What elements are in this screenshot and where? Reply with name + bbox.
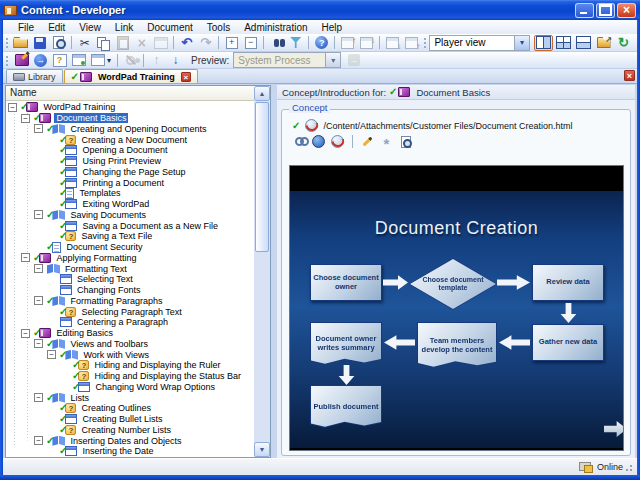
tree-item-label[interactable]: WordPad Training [41, 102, 117, 112]
layout-vertical-button[interactable] [534, 35, 553, 51]
tree-item[interactable]: ✓Using Print Preview [6, 156, 254, 167]
tree-item[interactable]: −✓WordPad Training [6, 102, 254, 113]
tree-item-label[interactable]: Creating Number Lists [79, 425, 173, 435]
resize-grip[interactable] [624, 463, 633, 472]
menu-link[interactable]: Link [108, 22, 140, 33]
tree-item[interactable]: ✓?Creating Outlines [6, 403, 254, 414]
tree-item[interactable]: −✓Lists [6, 392, 254, 403]
tree-scrollbar[interactable]: ▼ [254, 101, 270, 457]
tree-item-label[interactable]: Selecting Text [75, 274, 135, 284]
tree-item-label[interactable]: Opening a Document [80, 145, 169, 155]
tree-item-label[interactable]: Views and Toolbars [68, 339, 150, 349]
spark-icon[interactable] [379, 135, 394, 148]
tree-item-label[interactable]: Formatting Paragraphs [68, 296, 164, 306]
refresh-button[interactable] [614, 35, 633, 51]
collapse-node-icon[interactable]: − [34, 264, 43, 273]
tree-item-label[interactable]: Using Print Preview [80, 156, 163, 166]
collapse-node-icon[interactable]: − [34, 124, 43, 133]
preview-document-icon[interactable] [398, 135, 413, 148]
link-icon[interactable] [292, 135, 307, 148]
tree-item-label[interactable]: Templates [77, 188, 122, 198]
tree-item-label[interactable]: Creating and Opening Documents [68, 124, 208, 134]
tree-item-label[interactable]: Formatting Text [63, 264, 129, 274]
close-tab-icon[interactable]: × [181, 72, 191, 82]
tree-item[interactable]: −✓Work with Views [6, 349, 254, 360]
globe-attachment-icon[interactable] [330, 135, 345, 148]
question-button[interactable] [50, 52, 69, 68]
tree-item-label[interactable]: Editing Basics [54, 328, 115, 338]
maximize-button[interactable] [596, 3, 615, 18]
html-preview-box[interactable]: Document Creation Choose document owner … [289, 165, 624, 451]
tree-item-label[interactable]: Inserting the Date [80, 446, 155, 456]
layout-grid-button[interactable] [554, 35, 573, 51]
tree-item[interactable]: Selecting Text [6, 274, 254, 285]
collapse-node-icon[interactable]: − [34, 339, 43, 348]
tree-item[interactable]: −✓Views and Toolbars [6, 339, 254, 350]
menu-view[interactable]: View [72, 22, 108, 33]
tree-item[interactable]: ✓?Hiding and Displaying the Status Bar [6, 371, 254, 382]
collapse-node-icon[interactable]: − [34, 393, 43, 402]
window-options-button[interactable] [88, 52, 114, 68]
tree-item-label[interactable]: Lists [68, 393, 91, 403]
find-button[interactable] [267, 35, 286, 51]
menu-edit[interactable]: Edit [41, 22, 72, 33]
tree-item[interactable]: ✓Inserting the Date [6, 446, 254, 457]
tree-item-label[interactable]: Creating Outlines [79, 403, 153, 413]
menu-help[interactable]: Help [315, 22, 350, 33]
close-button[interactable] [617, 3, 636, 18]
tree-item-label[interactable]: Changing the Page Setup [80, 167, 187, 177]
tree-item-label[interactable]: Saving a Document as a New File [80, 221, 220, 231]
tree-item[interactable]: ✓Changing the Page Setup [6, 167, 254, 178]
menu-document[interactable]: Document [140, 22, 200, 33]
tree-item-label[interactable]: Creating a New Document [79, 135, 189, 145]
chevron-down-icon[interactable]: ▾ [514, 36, 529, 50]
check-in-button[interactable] [357, 35, 376, 51]
tree-item[interactable]: ✓Templates [6, 188, 254, 199]
edit-content-button[interactable] [12, 52, 31, 68]
tree-item-label[interactable]: Printing a Document [80, 178, 166, 188]
scroll-up-icon[interactable]: ▲ [254, 86, 270, 101]
tree-item[interactable]: ✓?Hiding and Displaying the Ruler [6, 360, 254, 371]
collapse-node-icon[interactable]: − [34, 436, 43, 445]
tree-item[interactable]: −Formatting Text [6, 263, 254, 274]
import-button[interactable] [383, 35, 402, 51]
tree-item[interactable]: ✓?Creating Number Lists [6, 425, 254, 436]
collapse-node-icon[interactable]: − [47, 350, 56, 359]
open-button[interactable] [11, 35, 30, 51]
collapse-node-icon[interactable]: − [21, 253, 30, 262]
tab-wordpad-training[interactable]: ✓WordPad Training× [64, 69, 198, 83]
tree-item[interactable]: −✓Applying Formatting [6, 253, 254, 264]
tree-item[interactable]: −✓Formatting Paragraphs [6, 296, 254, 307]
scroll-down-icon[interactable]: ▼ [254, 442, 270, 457]
tree-item-label[interactable]: Document Basics [54, 113, 128, 123]
tree-item[interactable]: ✓Exiting WordPad [6, 199, 254, 210]
menu-administration[interactable]: Administration [237, 22, 314, 33]
tree-item-label[interactable]: Inserting Dates and Objects [68, 436, 183, 446]
tree-item[interactable]: ✓Opening a Document [6, 145, 254, 156]
tree-item-label[interactable]: Applying Formatting [54, 253, 138, 263]
minimize-button[interactable] [575, 3, 594, 18]
tree-item-label[interactable]: Selecting Paragraph Text [79, 307, 183, 317]
help-button[interactable] [312, 35, 331, 51]
tree-item-label[interactable]: Hiding and Displaying the Status Bar [92, 371, 243, 381]
cut-button[interactable] [75, 35, 94, 51]
tree-item[interactable]: ✓Saving a Document as a New File [6, 220, 254, 231]
undo-button[interactable] [177, 35, 196, 51]
tree-item-label[interactable]: Saving Documents [68, 210, 148, 220]
tree-item[interactable]: Centering a Paragraph [6, 317, 254, 328]
related-window-button[interactable] [69, 52, 88, 68]
tree-item[interactable]: −✓Editing Basics [6, 328, 254, 339]
filter-button[interactable] [286, 35, 305, 51]
tree-item[interactable]: −✓Document Basics [6, 113, 254, 124]
copy-button[interactable] [94, 35, 113, 51]
collapse-node-icon[interactable]: − [8, 103, 17, 112]
tree-item[interactable]: Changing Fonts [6, 285, 254, 296]
tree-item[interactable]: −✓Creating and Opening Documents [6, 124, 254, 135]
tree-item-label[interactable]: Centering a Paragraph [75, 317, 170, 327]
expand-all-button[interactable] [222, 35, 241, 51]
move-down-button[interactable] [166, 52, 185, 68]
tree-item[interactable]: ✓?Creating a New Document [6, 134, 254, 145]
check-out-button[interactable] [338, 35, 357, 51]
print-preview-button[interactable] [49, 35, 68, 51]
collapse-node-icon[interactable]: − [34, 210, 43, 219]
